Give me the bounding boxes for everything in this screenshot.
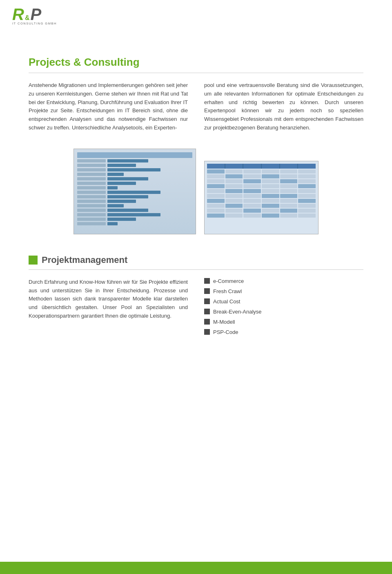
list-bullet-icon xyxy=(204,329,210,335)
header: R & P IT CONSULTING GMBH xyxy=(0,0,392,31)
list-item-text: Fresh Crawl xyxy=(213,288,242,294)
screenshots-area xyxy=(29,145,363,238)
list-item-text: Break-Even-Analyse xyxy=(213,309,262,315)
intro-section: Anstehende Migrationen und Implementieru… xyxy=(29,81,363,132)
logo-r: R xyxy=(12,6,24,22)
section-columns: Durch Erfahrung und Know-How führen wir … xyxy=(29,278,363,339)
page-title: Projects & Consulting xyxy=(29,56,363,73)
section-title: Projektmanagement xyxy=(42,255,127,265)
page-wrapper: R & P IT CONSULTING GMBH Projects & Cons… xyxy=(0,0,392,574)
section-description: Durch Erfahrung und Know-How führen wir … xyxy=(29,278,188,339)
screenshot-gantt xyxy=(74,149,196,234)
feature-list: e-CommerceFresh CrawlActual CostBreak-Ev… xyxy=(204,278,363,335)
list-bullet-icon xyxy=(204,298,210,304)
section-projektmanagement-header: Projektmanagement xyxy=(29,255,363,270)
list-bullet-icon xyxy=(204,288,210,294)
list-bullet-icon xyxy=(204,319,210,325)
list-item: Actual Cost xyxy=(204,298,363,305)
list-item-text: Actual Cost xyxy=(213,298,240,305)
section-list: e-CommerceFresh CrawlActual CostBreak-Ev… xyxy=(204,278,363,339)
list-bullet-icon xyxy=(204,309,210,314)
screenshot-spreadsheet xyxy=(204,161,318,234)
logo-letters: R & P xyxy=(12,6,41,22)
main-content: Projects & Consulting Anstehende Migrati… xyxy=(0,31,392,356)
logo-p: P xyxy=(30,6,41,22)
intro-col-left: Anstehende Migrationen und Implementieru… xyxy=(29,81,188,132)
company-subtitle: IT CONSULTING GMBH xyxy=(12,22,57,25)
logo: R & P IT CONSULTING GMBH xyxy=(12,6,380,25)
section-icon xyxy=(29,256,38,265)
list-item-text: PSP-Code xyxy=(213,329,238,335)
list-bullet-icon xyxy=(204,278,210,284)
logo-ampersand: & xyxy=(25,15,30,21)
bottom-bar xyxy=(0,562,392,574)
list-item: Fresh Crawl xyxy=(204,288,363,294)
list-item-text: e-Commerce xyxy=(213,278,244,284)
list-item: e-Commerce xyxy=(204,278,363,284)
list-item: Break-Even-Analyse xyxy=(204,309,363,315)
intro-col-right: pool und eine vertrauensvolle Beratung s… xyxy=(204,81,363,132)
list-item: M-Modell xyxy=(204,319,363,325)
list-item: PSP-Code xyxy=(204,329,363,335)
list-item-text: M-Modell xyxy=(213,319,235,325)
